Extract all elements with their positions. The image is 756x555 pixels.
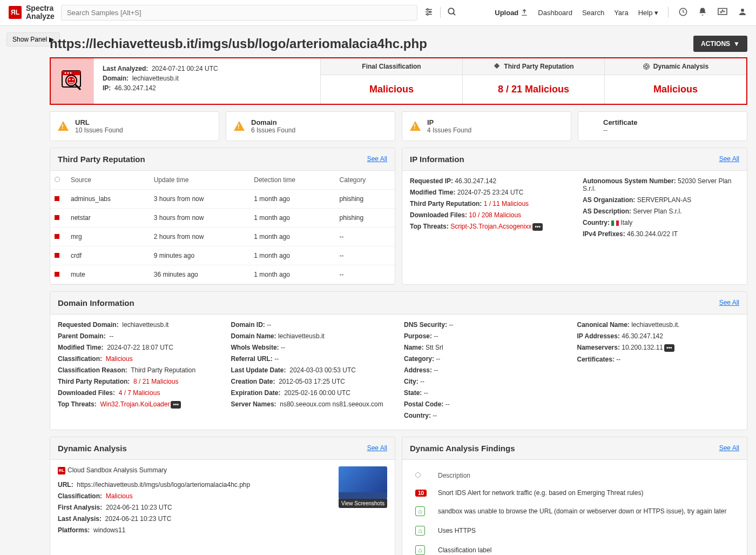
flag-italy-icon — [611, 220, 619, 226]
search-input[interactable] — [61, 5, 417, 21]
reputation-table: Source Update time Detection time Catego… — [50, 171, 395, 284]
issue-sub: 6 Issues Found — [251, 126, 295, 134]
da-see-all[interactable]: See All — [367, 444, 387, 452]
nav-search[interactable]: Search — [582, 9, 604, 17]
threat-icon — [51, 58, 94, 104]
issue-card[interactable]: IP4 Issues Found — [402, 111, 571, 141]
more-threats-icon[interactable]: ••• — [171, 401, 181, 409]
summary-col-classification: Final Classification Malicious — [321, 58, 463, 104]
ipinfo-see-all[interactable]: See All — [719, 155, 739, 163]
monitor-icon[interactable] — [717, 8, 728, 18]
rl-badge-icon: RL — [58, 467, 65, 474]
page-title: https://lechiavetteusb.it/imgs/usb/logo/… — [50, 36, 427, 51]
topbar: ЯL Spectra Analyze Upload Dashboard Sear… — [0, 0, 756, 26]
table-row[interactable]: ⌂sandbox was unable to browse the URL (d… — [411, 502, 738, 520]
ipinfo-title: IP Information — [410, 155, 464, 164]
topbar-right: Upload Dashboard Search Yara Help ▾ — [495, 7, 747, 18]
table-row[interactable]: mrg2 hours from now1 month ago-- — [50, 227, 395, 246]
svg-point-15 — [70, 72, 71, 73]
issue-title: Certificate — [603, 118, 638, 126]
summary-col-dynamic: Dynamic Analysis Malicious — [605, 58, 746, 104]
screenshot-preview[interactable]: View Screenshots — [339, 466, 387, 538]
user-icon[interactable] — [738, 7, 747, 18]
table-row[interactable]: netstar3 hours from now1 month agophishi… — [50, 208, 395, 227]
issue-sub: 4 Issues Found — [427, 126, 471, 134]
issue-title: IP — [427, 118, 471, 126]
svg-point-4 — [429, 11, 431, 12]
domain-info-see-all[interactable]: See All — [719, 299, 739, 306]
actions-button[interactable]: ACTIONS ▼ — [693, 36, 747, 52]
status-icon — [55, 196, 59, 201]
nav-yara[interactable]: Yara — [614, 9, 629, 17]
table-row[interactable]: crdf9 minutes ago1 month ago-- — [50, 246, 395, 265]
issue-card[interactable]: Domain6 Issues Found — [226, 111, 395, 141]
nav-help[interactable]: Help ▾ — [638, 9, 658, 17]
issue-title: URL — [75, 118, 123, 126]
issue-sub: -- — [603, 126, 638, 134]
summary-col-reputation: Third Party Reputation 8 / 21 Malicious — [463, 58, 605, 104]
reputation-panel: Third Party Reputation See All Source Up… — [50, 148, 395, 285]
issue-title: Domain — [251, 118, 295, 126]
upload-button[interactable]: Upload — [495, 9, 528, 17]
svg-rect-9 — [718, 8, 727, 14]
svg-point-6 — [448, 8, 454, 14]
domain-info-panel: Domain Information See All Requested Dom… — [50, 291, 747, 430]
findings-see-all[interactable]: See All — [719, 444, 739, 452]
filter-icon[interactable] — [424, 7, 434, 18]
domain-info-title: Domain Information — [58, 298, 134, 307]
status-icon — [55, 253, 59, 258]
issue-card[interactable]: URL10 Issues Found — [50, 111, 219, 141]
ipinfo-panel: IP Information See All Requested IP: 46.… — [402, 148, 747, 285]
divider — [668, 7, 669, 18]
more-threats-icon[interactable]: ••• — [532, 223, 543, 231]
table-row[interactable]: ⌂Classification label — [411, 541, 738, 555]
info-badge: ⌂ — [415, 506, 425, 516]
view-screenshots-button[interactable]: View Screenshots — [339, 499, 387, 508]
search-container — [61, 5, 417, 21]
summary-info: Last Analyzed: 2024-07-21 00:24 UTC Doma… — [94, 58, 321, 104]
svg-point-18 — [72, 78, 73, 80]
table-row[interactable]: ⌂Uses HTTPS — [411, 521, 738, 540]
svg-point-13 — [64, 72, 66, 73]
status-icon — [55, 215, 59, 220]
table-row[interactable]: 10Snort IDS Alert for network traffic (e… — [411, 485, 738, 501]
svg-line-7 — [453, 13, 455, 15]
status-icon — [55, 272, 59, 277]
severity-badge: 10 — [415, 490, 427, 497]
info-badge: ⌂ — [415, 526, 425, 536]
logo[interactable]: ЯL Spectra Analyze — [9, 4, 55, 21]
findings-title: Dynamic Analysis Findings — [410, 444, 515, 453]
summary-box: Last Analyzed: 2024-07-21 00:24 UTC Doma… — [50, 57, 747, 105]
findings-panel: Dynamic Analysis Findings See All Descri… — [402, 437, 747, 555]
svg-point-17 — [69, 78, 70, 80]
warning-icon — [58, 121, 69, 131]
issues-row: URL10 Issues FoundDomain6 Issues FoundIP… — [50, 111, 747, 141]
search-icon[interactable] — [447, 7, 457, 18]
bell-icon[interactable] — [698, 7, 707, 18]
logo-text: Spectra Analyze — [26, 4, 55, 21]
svg-point-14 — [67, 72, 69, 73]
table-row[interactable]: adminus_labs3 hours from now1 month agop… — [50, 189, 395, 208]
issue-sub: 10 Issues Found — [75, 126, 123, 134]
issue-card[interactable]: Certificate-- — [578, 111, 747, 141]
svg-point-22 — [645, 65, 648, 68]
clock-icon[interactable] — [678, 7, 688, 18]
dynamic-analysis-panel: Dynamic Analysis See All RLCloud Sandbox… — [50, 437, 395, 555]
info-badge: ⌂ — [415, 545, 425, 555]
da-title: Dynamic Analysis — [58, 444, 127, 453]
warning-icon — [410, 121, 421, 131]
divider — [440, 7, 441, 18]
more-ns-icon[interactable]: ••• — [664, 344, 674, 352]
svg-point-3 — [427, 9, 428, 10]
table-row[interactable]: mute36 minutes ago1 month ago-- — [50, 265, 395, 284]
warning-icon — [234, 121, 245, 131]
svg-point-10 — [741, 9, 744, 12]
reputation-title: Third Party Reputation — [58, 155, 145, 164]
reputation-see-all[interactable]: See All — [367, 155, 387, 163]
logo-badge: ЯL — [9, 6, 22, 19]
svg-point-5 — [427, 14, 428, 15]
status-icon — [55, 234, 59, 239]
nav-dashboard[interactable]: Dashboard — [538, 9, 572, 17]
